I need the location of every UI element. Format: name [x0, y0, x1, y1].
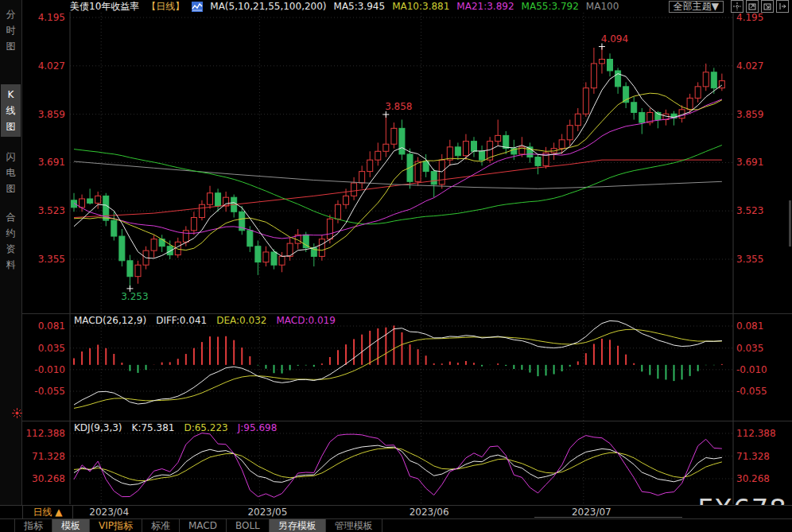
- axis-tick-label: 71.328: [21, 451, 65, 461]
- candlestick-chart-canvas[interactable]: [0, 0, 792, 532]
- price-annotation: 3.253: [121, 291, 148, 302]
- macd-dea-value: DEA:0.032: [216, 315, 266, 326]
- axis-tick-label: 3.859: [736, 109, 763, 119]
- period-selector[interactable]: 日线 ▲: [22, 506, 73, 518]
- theme-dropdown-button[interactable]: 全部主题▼: [669, 1, 724, 13]
- axis-tick-label: 0.035: [21, 343, 65, 353]
- left-sidebar: 分时图 K线图 闪电图 合约资料: [0, 0, 22, 505]
- axis-tick-label: 3.355: [21, 254, 65, 265]
- tab-templates[interactable]: 模板: [52, 519, 90, 532]
- macd-macd-value: MACD:0.019: [276, 315, 335, 326]
- axis-tick-label: -0.055: [736, 386, 767, 397]
- axis-tick-label: 3.355: [736, 254, 763, 265]
- x-axis-date-label: 2023/06: [410, 506, 449, 518]
- ma21-value: MA21:3.892: [456, 1, 514, 12]
- x-axis-date-label: 2023/05: [247, 506, 287, 518]
- zoom-reset-icon[interactable]: [761, 0, 774, 13]
- axis-tick-label: 3.691: [21, 157, 65, 168]
- axis-tick-label: 0.081: [21, 321, 65, 332]
- instrument-title: 美债10年收益率: [70, 0, 139, 14]
- sidebar-item-contract-info[interactable]: 合约资料: [1, 207, 21, 275]
- axis-tick-label: 30.268: [736, 474, 770, 484]
- ma5-value: MA5:3.945: [334, 1, 386, 12]
- kdj-header: KDJ(9,3,3) K:75.381 D:65.223 J:95.698: [74, 422, 277, 433]
- chart-topbar: 美债10年收益率 【日线】 MA(5,10,21,55,100,200) MA5…: [70, 0, 789, 13]
- axis-tick-label: 4.195: [736, 13, 763, 23]
- macd-params-label: MACD(26,12,9): [74, 315, 146, 326]
- kdj-j-value: J:95.698: [238, 422, 278, 433]
- macd-diff-value: DIFF:0.041: [156, 315, 207, 326]
- ma55-value: MA55:3.792: [522, 1, 579, 12]
- indicator-tab-bar: 指标 模板 VIP指标 标准 MACD BOLL 另存模板 管理模板: [0, 518, 792, 532]
- axis-tick-label: 112.388: [736, 429, 776, 439]
- axis-tick-label: 3.691: [736, 157, 763, 168]
- kdj-params-label: KDJ(9,3,3): [74, 422, 122, 433]
- sidebar-item-kline-chart[interactable]: K线图: [1, 84, 21, 137]
- ma100-value: MA100: [586, 1, 619, 12]
- zoom-in-region-icon[interactable]: [746, 0, 759, 13]
- ma10-value: MA10:3.881: [392, 1, 449, 12]
- axis-tick-label: -0.010: [21, 364, 65, 375]
- trading-terminal: 美债10年收益率 【日线】 MA(5,10,21,55,100,200) MA5…: [0, 0, 792, 532]
- axis-tick-label: 0.035: [736, 343, 763, 353]
- pan-right-icon[interactable]: [776, 0, 789, 13]
- x-axis-date-label: 2023/04: [89, 506, 129, 518]
- tab-macd[interactable]: MACD: [180, 519, 227, 532]
- axis-tick-label: -0.055: [21, 386, 65, 397]
- tab-indicators[interactable]: 指标: [15, 519, 52, 532]
- zoom-range-indicator[interactable]: [534, 517, 682, 518]
- tab-boll[interactable]: BOLL: [227, 519, 270, 532]
- axis-tick-label: 4.027: [21, 60, 65, 71]
- chart-style-icon[interactable]: [192, 2, 203, 12]
- ma-params-label: MA(5,10,21,55,100,200): [210, 1, 326, 12]
- tab-manage-template[interactable]: 管理模板: [326, 519, 382, 532]
- axis-tick-label: 4.195: [21, 13, 65, 23]
- axis-tick-label: 112.388: [21, 429, 65, 439]
- time-axis-bar: 日线 ▲ 2023/042023/052023/062023/07: [0, 505, 792, 518]
- main-panel: [72, 47, 725, 289]
- kdj-panel: [74, 433, 722, 498]
- tab-vip-indicators[interactable]: VIP指标: [90, 519, 142, 532]
- price-annotation: 4.094: [601, 33, 628, 45]
- period-tag: 【日线】: [146, 0, 184, 14]
- alert-marker-icon[interactable]: [12, 408, 22, 421]
- crosshair-pan-icon[interactable]: [731, 0, 743, 13]
- tab-save-template[interactable]: 另存模板: [270, 519, 326, 532]
- axis-tick-label: 3.859: [21, 109, 65, 119]
- axis-tick-label: 0.081: [736, 321, 763, 332]
- macd-panel: [74, 320, 722, 408]
- axis-tick-label: 4.027: [736, 60, 763, 71]
- chart-toolbar: [731, 0, 789, 13]
- axis-tick-label: 3.523: [21, 206, 65, 216]
- macd-header: MACD(26,12,9) DIFF:0.041 DEA:0.032 MACD:…: [74, 315, 336, 326]
- sidebar-item-timeline-chart[interactable]: 分时图: [1, 4, 21, 56]
- axis-tick-label: 3.523: [736, 206, 763, 216]
- sidebar-item-flash-chart[interactable]: 闪电图: [1, 146, 21, 199]
- axis-tick-label: 71.328: [736, 451, 770, 461]
- right-scrollbar-thumb[interactable]: [789, 200, 791, 247]
- price-annotation: 3.858: [385, 101, 412, 112]
- kdj-k-value: K:75.381: [132, 422, 175, 433]
- axis-tick-label: -0.010: [736, 364, 767, 375]
- axis-tick-label: 30.268: [21, 474, 65, 484]
- tab-standard[interactable]: 标准: [142, 519, 180, 532]
- kdj-d-value: D:65.223: [184, 422, 227, 433]
